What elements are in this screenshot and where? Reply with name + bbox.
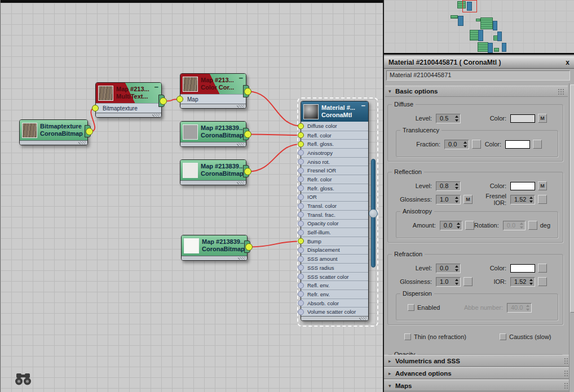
collapse-icon[interactable]: − bbox=[239, 74, 243, 82]
input-slot-bitmaptexture[interactable]: Bitmaptexture bbox=[96, 103, 161, 113]
panel-scrollbar-thumb[interactable] bbox=[570, 84, 574, 313]
node-colorcorrection[interactable]: Map #213... Color Cor... − Map bbox=[180, 73, 246, 109]
spinner-arrows-icon[interactable] bbox=[455, 265, 460, 271]
reflection-color-swatch[interactable] bbox=[510, 182, 535, 190]
translucency-fraction-map-button[interactable] bbox=[472, 140, 481, 149]
spinner-arrows-icon[interactable] bbox=[455, 183, 460, 189]
node-glossmap[interactable]: Map #213839... CoronaBitmap bbox=[180, 159, 246, 185]
thin-checkbox[interactable] bbox=[404, 333, 411, 340]
input-socket[interactable] bbox=[298, 141, 304, 147]
material-input-slot[interactable]: Refl. gloss. bbox=[301, 139, 368, 148]
node-header[interactable]: Map #213... MultiText... − bbox=[96, 83, 161, 103]
node-header[interactable]: Map #213... Color Cor... − bbox=[180, 74, 246, 94]
input-socket[interactable] bbox=[298, 212, 304, 218]
input-socket[interactable] bbox=[298, 167, 304, 173]
node-header[interactable]: Map #213839... CoronaBitmap bbox=[180, 160, 246, 180]
spinner-arrows-icon[interactable] bbox=[455, 279, 460, 285]
close-icon[interactable]: x bbox=[566, 59, 569, 66]
fresnel-ior-map-button[interactable] bbox=[538, 195, 547, 204]
input-socket[interactable] bbox=[298, 123, 304, 129]
node-footer[interactable] bbox=[180, 180, 246, 185]
input-socket[interactable] bbox=[298, 132, 304, 139]
refraction-color-swatch[interactable] bbox=[510, 264, 535, 273]
material-name-input[interactable]: Material #2100445871 bbox=[386, 70, 570, 81]
input-slot-map[interactable]: Map bbox=[180, 94, 246, 104]
input-socket[interactable] bbox=[298, 291, 304, 297]
collapse-icon[interactable]: − bbox=[154, 83, 158, 91]
input-socket[interactable] bbox=[298, 247, 304, 253]
node-header[interactable]: Map #213839... CoronaBitmap bbox=[180, 122, 246, 142]
node-header[interactable]: Map #213839... CoronaBitmap bbox=[182, 235, 247, 256]
output-socket[interactable] bbox=[244, 131, 251, 138]
navigator-minimap[interactable] bbox=[384, 0, 574, 55]
refraction-glossiness-spinner[interactable]: 1.0 bbox=[436, 277, 461, 287]
translucency-fraction-spinner[interactable]: 0.0 bbox=[444, 140, 469, 149]
material-input-slot[interactable]: Refr. env. bbox=[301, 289, 368, 299]
caustics-checkbox[interactable] bbox=[500, 333, 506, 340]
input-socket[interactable] bbox=[298, 220, 304, 226]
anisotropy-rotation-map-button[interactable] bbox=[528, 221, 537, 230]
input-socket[interactable] bbox=[298, 300, 304, 306]
material-input-slot[interactable]: Refl. color bbox=[301, 131, 368, 140]
input-socket[interactable] bbox=[298, 265, 304, 271]
material-input-slot[interactable]: Aniso rot. bbox=[301, 157, 368, 166]
dispersion-enabled-checkbox[interactable] bbox=[408, 304, 414, 311]
node-coronamtl-material[interactable]: Material #... CoronaMtl − Diffuse colorR… bbox=[301, 101, 369, 321]
node-multitexture[interactable]: Map #213... MultiText... − Bitmaptexture bbox=[95, 82, 162, 118]
input-socket[interactable] bbox=[298, 309, 304, 315]
input-socket[interactable] bbox=[298, 159, 304, 165]
material-input-slot[interactable]: Refr. color bbox=[301, 175, 368, 184]
input-socket[interactable] bbox=[298, 176, 304, 182]
material-input-slot[interactable]: Self-illum. bbox=[301, 228, 368, 237]
input-socket[interactable] bbox=[298, 238, 304, 244]
spinner-arrows-icon[interactable] bbox=[455, 197, 460, 203]
material-input-slot[interactable]: Opacity color bbox=[301, 219, 368, 228]
spinner-arrows-icon[interactable] bbox=[529, 279, 535, 285]
output-socket[interactable] bbox=[244, 88, 251, 95]
input-socket[interactable] bbox=[298, 203, 304, 209]
refraction-level-spinner[interactable]: 0.0 bbox=[436, 264, 461, 273]
refraction-ior-map-button[interactable] bbox=[538, 277, 547, 286]
material-input-slot[interactable]: Absorb. color bbox=[301, 299, 368, 308]
input-socket[interactable] bbox=[298, 274, 304, 280]
node-editor-canvas[interactable]: Bitmaptexture CoronaBitmap Map #213... M… bbox=[0, 0, 383, 392]
material-input-slot[interactable]: IOR bbox=[301, 193, 368, 202]
node-footer[interactable] bbox=[180, 142, 246, 146]
node-footer[interactable] bbox=[96, 113, 161, 117]
node-reflmap[interactable]: Map #213839... CoronaBitmap bbox=[180, 121, 246, 147]
translucency-color-map-button[interactable] bbox=[533, 140, 542, 149]
output-socket[interactable] bbox=[244, 168, 251, 175]
material-input-slot[interactable]: Bump bbox=[301, 237, 368, 246]
output-socket[interactable] bbox=[160, 97, 167, 105]
input-socket[interactable] bbox=[92, 105, 99, 112]
material-input-slot[interactable]: Fresnel IOR bbox=[301, 166, 368, 175]
spinner-arrows-icon[interactable] bbox=[455, 115, 460, 122]
rollout-basic-options[interactable]: ▾ Basic options bbox=[385, 86, 568, 97]
reflection-glossiness-map-button[interactable]: M bbox=[463, 195, 473, 204]
material-input-slot[interactable]: Diffuse color bbox=[301, 122, 368, 131]
material-input-slot[interactable]: SSS radius bbox=[301, 263, 368, 272]
material-input-slot[interactable]: SSS amount bbox=[301, 254, 368, 263]
material-input-slot[interactable]: Transl. color bbox=[301, 201, 368, 210]
input-socket[interactable] bbox=[298, 282, 304, 288]
output-socket[interactable] bbox=[86, 128, 93, 135]
material-input-slot[interactable]: Volume scatter color bbox=[301, 307, 368, 316]
input-socket[interactable] bbox=[298, 185, 304, 191]
material-input-slot[interactable]: Transl. frac. bbox=[301, 210, 368, 219]
diffuse-color-map-button[interactable]: M bbox=[538, 114, 547, 123]
spinner-arrows-icon[interactable] bbox=[457, 222, 462, 229]
refraction-ior-spinner[interactable]: 1.52 bbox=[510, 277, 535, 287]
spinner-arrows-icon[interactable] bbox=[529, 197, 535, 203]
rollout-maps[interactable]: ▾ Maps bbox=[384, 380, 574, 391]
node-scrollbar-knob[interactable] bbox=[369, 209, 378, 218]
binoculars-icon[interactable] bbox=[14, 372, 32, 388]
refraction-glossiness-map-button[interactable] bbox=[463, 277, 473, 286]
refraction-color-map-button[interactable] bbox=[538, 264, 547, 273]
rollout-volumetrics-sss[interactable]: ▸ Volumetrics and SSS bbox=[384, 355, 574, 367]
input-socket[interactable] bbox=[176, 96, 183, 103]
input-socket[interactable] bbox=[298, 194, 304, 200]
output-socket[interactable] bbox=[245, 243, 253, 251]
panel-scrollbar[interactable] bbox=[569, 83, 574, 392]
spinner-arrows-icon[interactable] bbox=[463, 141, 469, 148]
node-header[interactable]: Bitmaptexture CoronaBitmap bbox=[20, 120, 87, 140]
